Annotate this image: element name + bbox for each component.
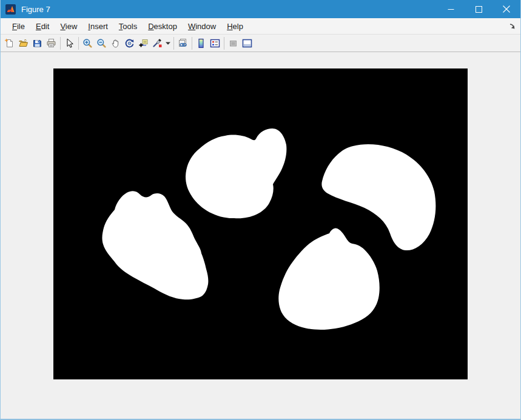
print-figure-button[interactable]	[44, 36, 58, 50]
link-plot-button[interactable]	[176, 36, 190, 50]
toolbar	[1, 35, 520, 52]
brush-dropdown-button[interactable]	[164, 36, 172, 50]
toolbar-separator	[224, 37, 224, 50]
menu-desktop[interactable]: Desktop	[143, 20, 183, 33]
insert-legend-icon	[210, 38, 220, 48]
menu-insert[interactable]: Insert	[82, 20, 113, 33]
blob-bottom-center	[278, 228, 379, 330]
matlab-logo-icon	[5, 4, 16, 15]
hide-plot-tools-icon	[228, 38, 238, 48]
open-file-button[interactable]	[16, 36, 30, 50]
window-title: Figure 7	[21, 5, 437, 14]
minimize-icon	[448, 6, 454, 13]
show-plot-tools-dock-button[interactable]	[240, 36, 254, 50]
chevron-down-icon	[166, 42, 170, 45]
zoom-in-icon	[82, 38, 93, 48]
new-figure-icon	[4, 38, 15, 48]
zoom-out-button[interactable]	[95, 36, 109, 50]
binary-blob-mask	[53, 68, 468, 379]
blob-top-center	[186, 128, 286, 218]
data-cursor-button[interactable]	[136, 36, 150, 50]
title-bar: Figure 7	[1, 0, 520, 18]
menu-help[interactable]: Help	[221, 20, 249, 33]
dock-figure-icon[interactable]	[508, 22, 516, 30]
insert-colorbar-icon	[196, 38, 206, 48]
menu-edit[interactable]: Edit	[30, 20, 55, 33]
pan-button[interactable]	[109, 36, 123, 50]
new-figure-button[interactable]	[2, 36, 16, 50]
toolbar-separator	[192, 37, 192, 50]
insert-colorbar-button[interactable]	[194, 36, 208, 50]
print-figure-icon	[46, 38, 56, 48]
edit-plot-button[interactable]	[62, 36, 76, 50]
toolbar-separator	[173, 37, 174, 50]
link-plot-icon	[178, 38, 188, 48]
pan-hand-icon	[110, 38, 121, 48]
data-cursor-icon	[138, 38, 149, 48]
close-icon	[503, 5, 510, 13]
save-figure-icon	[32, 38, 42, 48]
menu-file[interactable]: File	[7, 20, 30, 33]
figure-window: Figure 7 File Edit View Insert Tools Des…	[0, 0, 521, 420]
close-button[interactable]	[492, 0, 520, 18]
maximize-icon	[476, 6, 482, 13]
zoom-out-icon	[96, 38, 107, 48]
menu-window[interactable]: Window	[183, 20, 221, 33]
brush-data-button[interactable]	[150, 36, 164, 50]
menu-tools[interactable]: Tools	[113, 20, 143, 33]
figure-canvas	[1, 52, 520, 419]
show-plot-tools-dock-icon	[242, 38, 252, 48]
hide-plot-tools-button[interactable]	[226, 36, 240, 50]
blob-left-lumpy	[102, 191, 208, 299]
menu-view[interactable]: View	[55, 20, 82, 33]
minimize-button[interactable]	[437, 0, 465, 18]
toolbar-separator	[60, 37, 61, 50]
rotate-3d-button[interactable]	[123, 36, 136, 50]
insert-legend-button[interactable]	[208, 36, 222, 50]
zoom-in-button[interactable]	[81, 36, 95, 50]
edit-plot-cursor-icon	[64, 38, 75, 48]
maximize-button[interactable]	[465, 0, 492, 18]
brush-data-icon	[152, 38, 163, 48]
open-file-icon	[18, 38, 29, 48]
rotate-3d-icon	[124, 38, 135, 48]
toolbar-separator	[78, 37, 79, 50]
binary-image	[53, 68, 468, 379]
menu-bar: File Edit View Insert Tools Desktop Wind…	[1, 18, 520, 35]
save-figure-button[interactable]	[30, 36, 44, 50]
